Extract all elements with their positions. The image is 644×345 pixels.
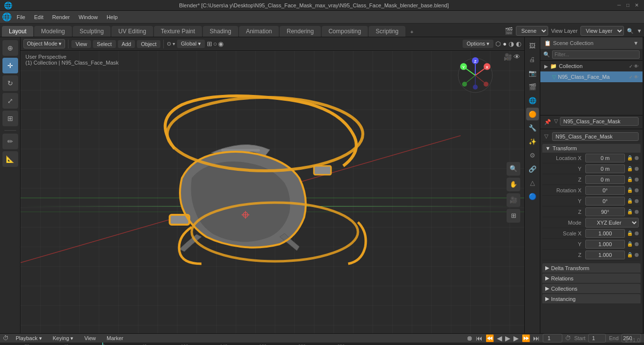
go-start-icon[interactable]: ⏮ xyxy=(476,334,483,342)
prop-tab-modifier[interactable]: 🔧 xyxy=(526,121,539,134)
keying-menu[interactable]: Keying ▾ xyxy=(49,334,78,343)
scale-z-value[interactable]: 1.000 xyxy=(585,251,625,259)
menu-render[interactable]: Render xyxy=(48,13,74,21)
window-controls[interactable]: ─ □ ✕ xyxy=(616,2,640,9)
marker-menu[interactable]: Marker xyxy=(103,334,127,342)
minimize-button[interactable]: ─ xyxy=(616,2,622,9)
play-icon[interactable]: ▶ xyxy=(505,334,511,342)
zoom-icon[interactable]: 🔍 xyxy=(507,162,520,176)
tab-sculpting[interactable]: Sculpting xyxy=(73,26,111,37)
tab-shading[interactable]: Shading xyxy=(203,26,238,37)
view-menu[interactable]: View xyxy=(80,334,100,342)
scene-selector[interactable]: Scene xyxy=(516,26,548,36)
shading-solid-icon[interactable]: ● xyxy=(503,40,507,47)
scale-y-lock[interactable]: 🔒 xyxy=(627,241,633,247)
eye-icon[interactable]: 👁 xyxy=(513,53,520,61)
maximize-button[interactable]: □ xyxy=(624,2,631,9)
prev-frame-icon[interactable]: ⏪ xyxy=(486,334,494,342)
relations-header[interactable]: ▶ Relations xyxy=(542,274,641,283)
outliner-item-n95[interactable]: ▽ N95_Class_Face_Ma ✓ 👁 xyxy=(540,71,643,82)
prev-keyframe-icon[interactable]: ◀ xyxy=(497,334,502,342)
scale-y-keyframe-dot[interactable] xyxy=(635,242,639,246)
outliner-search-input[interactable] xyxy=(552,50,640,59)
view-layer-selector[interactable]: View Layer xyxy=(580,26,624,36)
scale-x-lock[interactable]: 🔒 xyxy=(627,230,633,236)
pivot-dropdown[interactable]: ▾ xyxy=(173,41,175,46)
current-frame-input[interactable] xyxy=(543,334,562,343)
tool-scale[interactable]: ⤢ xyxy=(2,93,18,109)
instancing-header[interactable]: ▶ Instancing xyxy=(542,294,641,303)
collections-header[interactable]: ▶ Collections xyxy=(542,284,641,293)
tab-texture-paint[interactable]: Texture Paint xyxy=(154,26,202,37)
location-x-value[interactable]: 0 m xyxy=(585,154,625,162)
tab-uv-editing[interactable]: UV Editing xyxy=(111,26,153,37)
prop-connected-icon[interactable]: ◉ xyxy=(218,40,223,47)
tab-modeling[interactable]: Modeling xyxy=(34,26,72,37)
transform-header[interactable]: ▼ Transform xyxy=(542,144,641,153)
shading-render-icon[interactable]: ◐ xyxy=(516,40,521,47)
camera-icon[interactable]: 🎥 xyxy=(507,193,520,207)
menu-help[interactable]: Help xyxy=(103,13,122,21)
location-y-lock[interactable]: 🔒 xyxy=(627,166,633,171)
prop-edit-icon[interactable]: ○ xyxy=(213,40,217,47)
timeline-track[interactable]: 70 40 0 40 100 140 180 220 250 xyxy=(0,343,644,345)
add-workspace-button[interactable]: + xyxy=(406,27,417,37)
playback-menu[interactable]: Playback ▾ xyxy=(12,334,46,343)
mesh-name-input[interactable] xyxy=(552,132,639,141)
rotation-y-keyframe-dot[interactable] xyxy=(635,199,639,203)
object-mode-selector[interactable]: Object Mode ▾ xyxy=(23,39,65,48)
rotation-z-keyframe-dot[interactable] xyxy=(635,210,639,214)
tool-annotate[interactable]: ✏ xyxy=(2,134,18,149)
navigation-widget[interactable]: Z X Y xyxy=(456,56,495,95)
mode-selector[interactable]: XYZ Euler xyxy=(585,218,639,228)
prop-tab-data[interactable]: △ xyxy=(526,176,539,189)
tool-transform[interactable]: ⊞ xyxy=(2,111,18,126)
prop-tab-view-layer[interactable]: 📷 xyxy=(526,67,539,79)
camera2-icon[interactable]: 🎥 xyxy=(504,53,512,61)
collection-visibility-icon[interactable]: ✓ xyxy=(629,64,633,69)
filter-icon[interactable]: ▼ xyxy=(637,28,642,34)
pivot-icon[interactable]: ⊙ xyxy=(167,41,171,47)
rotation-z-lock[interactable]: 🔒 xyxy=(627,209,633,214)
go-end-icon[interactable]: ⏭ xyxy=(533,334,540,342)
n95-visibility-icon[interactable]: ✓ xyxy=(629,74,633,80)
prop-tab-constraints[interactable]: 🔗 xyxy=(526,162,539,175)
tab-compositing[interactable]: Compositing xyxy=(322,26,368,37)
viewport[interactable]: Object Mode ▾ View Select Add Object ⊙ ▾… xyxy=(21,37,524,333)
rotation-y-lock[interactable]: 🔒 xyxy=(627,198,633,204)
location-y-value[interactable]: 0 m xyxy=(585,164,625,173)
prop-tab-render[interactable]: 🖼 xyxy=(526,39,539,52)
tab-rendering[interactable]: Rendering xyxy=(280,26,320,37)
n95-eye-icon[interactable]: 👁 xyxy=(634,74,639,80)
menu-edit[interactable]: Edit xyxy=(30,13,47,21)
next-frame-icon[interactable]: ⏩ xyxy=(522,334,530,342)
menu-file[interactable]: File xyxy=(13,13,29,21)
next-keyframe-icon[interactable]: ▶ xyxy=(513,334,519,342)
vp-object-menu[interactable]: Object xyxy=(137,40,160,48)
start-frame-input[interactable] xyxy=(588,334,606,343)
location-z-lock[interactable]: 🔒 xyxy=(627,177,633,182)
location-y-keyframe-dot[interactable] xyxy=(635,167,639,171)
prop-tab-particles[interactable]: ✨ xyxy=(526,135,539,148)
scale-z-lock[interactable]: 🔒 xyxy=(627,252,633,257)
location-x-keyframe-dot[interactable] xyxy=(635,156,639,160)
transform-global-btn[interactable]: Global ▾ xyxy=(177,40,205,48)
rotation-x-lock[interactable]: 🔒 xyxy=(627,187,633,193)
tool-rotate[interactable]: ↻ xyxy=(2,75,18,91)
vp-view-menu[interactable]: View xyxy=(71,40,91,48)
record-icon[interactable]: ⏺ xyxy=(466,334,473,342)
prop-tab-world[interactable]: 🌐 xyxy=(526,94,539,107)
snap-icon[interactable]: ⊞ xyxy=(207,40,212,47)
prop-tab-physics[interactable]: ⚙ xyxy=(526,149,539,161)
shading-wire-icon[interactable]: ⬡ xyxy=(495,40,501,47)
prop-tab-scene[interactable]: 🎬 xyxy=(526,80,539,93)
tool-move[interactable]: ✛ xyxy=(2,58,18,73)
scale-y-value[interactable]: 1.000 xyxy=(585,240,625,249)
prop-tab-output[interactable]: 🖨 xyxy=(526,53,539,66)
tab-animation[interactable]: Animation xyxy=(239,26,279,37)
rotation-y-value[interactable]: 0° xyxy=(585,197,625,206)
shading-look-icon[interactable]: ◑ xyxy=(509,40,514,47)
vp-add-menu[interactable]: Add xyxy=(118,40,135,48)
options-btn[interactable]: Options ▾ xyxy=(463,40,493,48)
grid-icon[interactable]: ⊞ xyxy=(507,209,520,223)
